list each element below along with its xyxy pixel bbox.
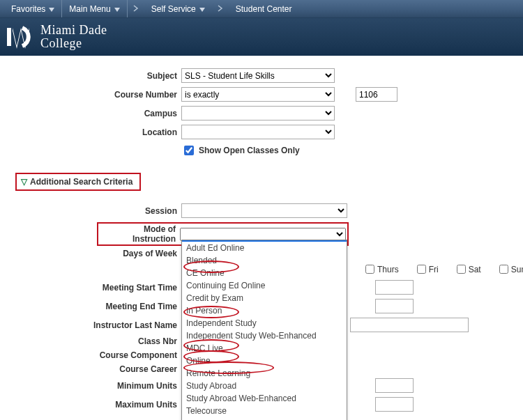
course-number-label: Course Number: [15, 90, 181, 100]
additional-criteria-label: Additional Search Criteria: [30, 177, 132, 187]
course-career-label: Course Career: [15, 364, 181, 374]
meeting-end-input[interactable]: [375, 299, 414, 313]
breadcrumb-separator-icon: [218, 4, 223, 14]
instructor-last-name-label: Instructor Last Name: [15, 320, 181, 330]
moi-option-ce-online[interactable]: CE Online: [182, 267, 347, 279]
expand-icon: ▽: [21, 177, 27, 187]
moi-option-continuing-ed-online[interactable]: Continuing Ed Online: [182, 279, 347, 292]
additional-criteria-panel: Session Mode of Instruction Adult Ed Onl…: [15, 203, 508, 420]
subject-select[interactable]: SLS - Student Life Skills: [181, 68, 335, 83]
day-thurs-label: Thurs: [377, 265, 399, 274]
brand-banner: Miami Dade College: [0, 18, 523, 56]
nav-main-menu[interactable]: Main Menu: [62, 0, 127, 17]
location-select[interactable]: [181, 125, 335, 139]
day-sat-label: Sat: [469, 265, 481, 274]
moi-option-online[interactable]: Online: [182, 355, 347, 367]
moi-option-study-abroad-web[interactable]: Study Abroad Web-Enhanced: [182, 392, 347, 405]
search-form: Subject SLS - Student Life Skills Course…: [0, 56, 523, 420]
top-nav: Favorites Main Menu Self Service Student…: [0, 0, 523, 18]
svg-marker-2: [199, 8, 205, 12]
breadcrumb-separator-icon: [133, 4, 139, 14]
moi-option-adult-ed-online[interactable]: Adult Ed Online: [182, 242, 347, 254]
day-sun-label: Sun: [511, 265, 523, 274]
campus-select[interactable]: [181, 106, 335, 120]
session-label: Session: [15, 206, 181, 216]
nav-student-center[interactable]: Student Center: [229, 0, 299, 17]
svg-marker-0: [49, 8, 54, 12]
mode-of-instruction-dropdown[interactable]: Adult Ed Online Blended CE Online Contin…: [181, 240, 347, 420]
nav-main-menu-label: Main Menu: [69, 4, 110, 14]
brand-line2: College: [40, 37, 107, 50]
day-thurs-checkbox[interactable]: [365, 265, 374, 274]
course-component-label: Course Component: [15, 350, 181, 360]
moi-option-blended[interactable]: Blended: [182, 254, 347, 267]
maximum-units-input[interactable]: [375, 397, 414, 412]
svg-marker-1: [114, 8, 120, 12]
moi-option-remote-learning[interactable]: Remote Learning: [182, 367, 347, 380]
nav-self-service[interactable]: Self Service: [144, 0, 212, 17]
chevron-down-icon: [49, 4, 54, 14]
nav-self-service-label: Self Service: [151, 4, 196, 14]
moi-option-mdc-live[interactable]: MDC Live: [182, 342, 347, 355]
mode-of-instruction-label: Mode of Instruction: [100, 224, 180, 244]
svg-rect-3: [7, 28, 11, 46]
session-select[interactable]: [181, 203, 347, 218]
meeting-end-label: Meeting End Time: [15, 302, 181, 311]
brand-line1: Miami Dade: [40, 24, 107, 37]
meeting-start-input[interactable]: [375, 280, 414, 295]
mdc-logo-icon: [7, 24, 35, 50]
moi-option-in-person[interactable]: In Person: [182, 304, 347, 317]
moi-option-telecourse[interactable]: Telecourse: [182, 405, 347, 417]
days-of-week-label: Days of Week: [15, 249, 181, 258]
subject-label: Subject: [15, 71, 181, 81]
day-sat-checkbox[interactable]: [457, 265, 466, 274]
instructor-last-name-input[interactable]: [350, 318, 469, 332]
show-open-label: Show Open Classes Only: [199, 146, 300, 155]
course-number-input[interactable]: [356, 87, 397, 102]
moi-option-independent-study[interactable]: Independent Study: [182, 317, 347, 329]
day-sun-checkbox[interactable]: [499, 265, 508, 274]
class-nbr-label: Class Nbr: [15, 336, 181, 346]
chevron-down-icon: [199, 4, 205, 14]
show-open-checkbox[interactable]: [184, 146, 194, 155]
mode-of-instruction-select[interactable]: [180, 228, 346, 241]
nav-favorites-label: Favorites: [11, 4, 45, 14]
moi-option-study-abroad[interactable]: Study Abroad: [182, 380, 347, 392]
brand-text: Miami Dade College: [40, 24, 107, 50]
day-fri-checkbox[interactable]: [417, 265, 426, 274]
moi-option-independent-study-web[interactable]: Independent Study Web-Enhanced: [182, 329, 347, 342]
additional-criteria-toggle[interactable]: ▽ Additional Search Criteria: [15, 173, 141, 191]
moi-option-credit-by-exam[interactable]: Credit by Exam: [182, 292, 347, 304]
minimum-units-label: Minimum Units: [15, 381, 181, 391]
maximum-units-label: Maximum Units: [15, 400, 181, 410]
day-fri-label: Fri: [429, 265, 439, 274]
nav-favorites[interactable]: Favorites: [4, 0, 62, 17]
location-label: Location: [15, 127, 181, 137]
meeting-start-label: Meeting Start Time: [15, 283, 181, 293]
campus-label: Campus: [15, 109, 181, 118]
moi-option-web-enhanced[interactable]: Web-Enhanced: [182, 417, 347, 420]
minimum-units-input[interactable]: [375, 378, 414, 393]
nav-student-center-label: Student Center: [236, 4, 292, 14]
chevron-down-icon: [114, 4, 120, 14]
course-number-match-select[interactable]: is exactly: [181, 87, 335, 102]
